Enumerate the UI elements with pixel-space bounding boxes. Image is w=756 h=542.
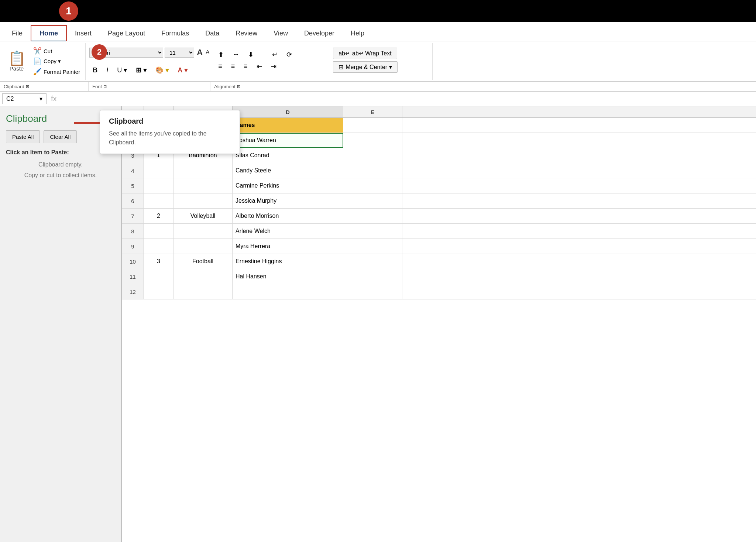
- clipboard-panel: Clipboard Paste All Clear All Click an I…: [0, 106, 122, 542]
- decrease-font-button[interactable]: A: [205, 49, 211, 56]
- cell-c8[interactable]: [173, 224, 233, 239]
- ribbon-tabs: File Home Insert Page Layout Formulas Da…: [0, 22, 756, 41]
- tab-view[interactable]: View: [265, 26, 296, 41]
- orientation-button[interactable]: ⟳: [283, 49, 295, 60]
- cell-c7[interactable]: Volleyball: [173, 209, 233, 223]
- tab-file[interactable]: File: [4, 26, 31, 41]
- tab-data[interactable]: Data: [197, 26, 227, 41]
- cell-d12[interactable]: [233, 284, 343, 299]
- cell-c11[interactable]: [173, 269, 233, 284]
- font-size-select[interactable]: 11: [165, 48, 194, 58]
- wrap-merge-group: ab↵ ab↵ Wrap Text ⊞ Merge & Center ▾: [329, 43, 433, 80]
- left-align-button[interactable]: ≡: [215, 61, 226, 72]
- row-number: 12: [122, 284, 144, 299]
- top-align-button[interactable]: ⬆: [215, 49, 227, 60]
- cell-c6[interactable]: [173, 193, 233, 208]
- cell-d10[interactable]: Ernestine Higgins: [233, 254, 343, 269]
- cell-d11[interactable]: Hal Hansen: [233, 269, 343, 284]
- wrap-text-button[interactable]: ab↵ ab↵ Wrap Text: [333, 48, 397, 59]
- cell-reference-box[interactable]: C2 ▾: [2, 93, 47, 104]
- cell-b6[interactable]: [144, 193, 173, 208]
- formula-bar-fx: fx: [51, 95, 57, 103]
- increase-font-button[interactable]: A: [196, 48, 204, 57]
- cell-e8[interactable]: [343, 224, 402, 239]
- bold-button[interactable]: B: [89, 65, 101, 75]
- alignment-expand-button[interactable]: ⊡: [237, 84, 240, 89]
- cell-e10[interactable]: [343, 254, 402, 269]
- cell-e3[interactable]: [343, 148, 402, 163]
- paste-button[interactable]: 📋 Paste: [4, 50, 30, 73]
- cell-e2[interactable]: [343, 133, 402, 148]
- tab-insert[interactable]: Insert: [67, 26, 100, 41]
- cell-d3[interactable]: Silas Conrad: [233, 148, 343, 163]
- cell-b5[interactable]: [144, 178, 173, 193]
- tab-review[interactable]: Review: [227, 26, 265, 41]
- cell-d6[interactable]: Jessica Murphy: [233, 193, 343, 208]
- cell-c5[interactable]: [173, 178, 233, 193]
- cell-e7[interactable]: [343, 209, 402, 223]
- cell-b4[interactable]: [144, 163, 173, 178]
- row-number: 4: [122, 163, 144, 178]
- tab-page-layout[interactable]: Page Layout: [100, 26, 153, 41]
- cell-e9[interactable]: [343, 239, 402, 254]
- cell-e4[interactable]: [343, 163, 402, 178]
- scissors-icon: ✂️: [33, 47, 41, 55]
- cell-c9[interactable]: [173, 239, 233, 254]
- cell-b11[interactable]: [144, 269, 173, 284]
- right-align-button[interactable]: ≡: [240, 61, 251, 72]
- cell-ref-dropdown-icon: ▾: [39, 95, 42, 102]
- tab-home[interactable]: Home: [31, 25, 67, 41]
- wrap-text-icon-button[interactable]: ↵: [269, 49, 281, 60]
- cell-e12[interactable]: [343, 284, 402, 299]
- bottom-align-button[interactable]: ⬇: [245, 49, 257, 60]
- cell-e1[interactable]: [343, 118, 402, 133]
- format-painter-button[interactable]: 🖌️ Format Painter: [32, 66, 82, 77]
- cell-d9[interactable]: Myra Herrera: [233, 239, 343, 254]
- fill-color-button[interactable]: 🎨 ▾: [152, 65, 172, 75]
- indent-increase-button[interactable]: ⇥: [268, 61, 280, 72]
- font-expand-button[interactable]: ⊡: [103, 84, 107, 89]
- paste-icon: 📋: [8, 51, 25, 65]
- tab-developer[interactable]: Developer: [296, 26, 343, 41]
- cell-e11[interactable]: [343, 269, 402, 284]
- cell-b12[interactable]: [144, 284, 173, 299]
- cell-d4[interactable]: Candy Steele: [233, 163, 343, 178]
- cell-d7[interactable]: Alberto Morrison: [233, 209, 343, 223]
- cut-button[interactable]: ✂️ Cut: [32, 46, 82, 56]
- indent-decrease-button[interactable]: ⇤: [253, 61, 265, 72]
- cell-e6[interactable]: [343, 193, 402, 208]
- wrap-text-icon: ab↵: [339, 50, 350, 57]
- row-number: 5: [122, 178, 144, 193]
- cell-c12[interactable]: [173, 284, 233, 299]
- copy-label: Copy ▾: [44, 58, 61, 65]
- cell-b9[interactable]: [144, 239, 173, 254]
- cell-d5[interactable]: Carmine Perkins: [233, 178, 343, 193]
- underline-button[interactable]: U ▾: [114, 65, 130, 75]
- cell-d2[interactable]: Joshua Warren: [233, 133, 343, 148]
- italic-button[interactable]: I: [103, 65, 111, 75]
- row-number: 9: [122, 239, 144, 254]
- ribbon-labels: Clipboard ⊡ Font ⊡ Alignment ⊡: [0, 82, 756, 92]
- cell-d1[interactable]: Names: [233, 118, 343, 133]
- formula-input[interactable]: [59, 94, 756, 104]
- clipboard-expand-button[interactable]: ⊡: [26, 84, 29, 89]
- cell-b10[interactable]: 3: [144, 254, 173, 269]
- cell-b8[interactable]: [144, 224, 173, 239]
- borders-button[interactable]: ⊞ ▾: [133, 65, 150, 75]
- tab-help[interactable]: Help: [343, 26, 372, 41]
- font-color-button[interactable]: A ▾: [174, 65, 190, 75]
- copy-button[interactable]: 📄 Copy ▾: [32, 56, 82, 66]
- middle-align-button[interactable]: ↔: [229, 49, 243, 60]
- paste-all-button[interactable]: Paste All: [6, 130, 40, 143]
- cell-b7[interactable]: 2: [144, 209, 173, 223]
- cell-d8[interactable]: Arlene Welch: [233, 224, 343, 239]
- cell-c10[interactable]: Football: [173, 254, 233, 269]
- font-size-buttons: A A: [196, 48, 211, 57]
- center-align-button[interactable]: ≡: [228, 61, 238, 72]
- cell-e5[interactable]: [343, 178, 402, 193]
- cell-c4[interactable]: [173, 163, 233, 178]
- clear-all-button[interactable]: Clear All: [44, 130, 77, 143]
- merge-center-button[interactable]: ⊞ Merge & Center ▾: [333, 61, 397, 73]
- table-row: 8 Arlene Welch: [122, 224, 756, 239]
- tab-formulas[interactable]: Formulas: [153, 26, 197, 41]
